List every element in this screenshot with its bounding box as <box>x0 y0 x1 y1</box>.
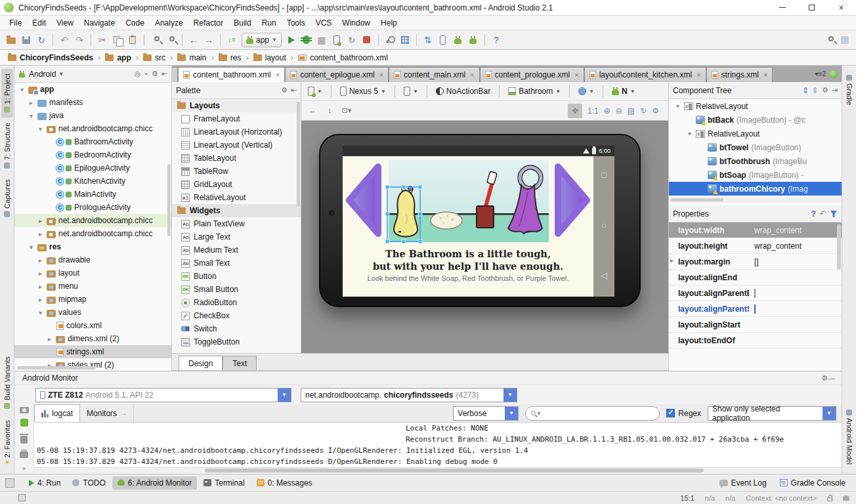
device-monitor-icon[interactable] <box>466 33 481 47</box>
locale-dropdown[interactable]: ▼ <box>576 87 597 95</box>
tree-item[interactable]: strings.xml <box>14 345 171 358</box>
palette-item[interactable]: Switch <box>172 322 301 335</box>
menu-code[interactable]: Code <box>120 17 150 29</box>
avd-manager-icon[interactable] <box>436 33 450 47</box>
component-tree-item[interactable]: btSoap (ImageButton) - <box>669 168 842 182</box>
editor-tab[interactable]: content_prologue.xml× <box>480 67 584 82</box>
menu-vcs[interactable]: VCS <box>310 17 337 29</box>
tree-item[interactable]: ▾values <box>14 306 171 319</box>
tree-item[interactable]: colors.xml <box>14 319 171 332</box>
device-selector[interactable]: ZTE Z812 Android 5.1, API 22 ▼ <box>35 388 291 402</box>
reset-icon[interactable]: ↶ <box>819 209 826 219</box>
tab-monitors[interactable]: Monitors → <box>80 404 134 422</box>
zoom-out-icon[interactable]: ⊖ <box>616 106 622 116</box>
palette-item[interactable]: RelativeLayout <box>172 191 301 204</box>
encoding-indicator[interactable]: n/a <box>725 494 735 502</box>
refresh-icon[interactable]: ↻ <box>640 106 647 116</box>
property-value[interactable] <box>749 289 842 298</box>
tree-arrow-icon[interactable]: ▾ <box>18 86 26 93</box>
expand-all-icon[interactable]: ⇕ <box>802 86 809 95</box>
palette-item[interactable]: Button <box>172 270 301 283</box>
help-icon[interactable]: ? <box>811 209 816 219</box>
coverage-icon[interactable] <box>314 33 329 47</box>
palette-item[interactable]: Small Text <box>172 257 301 270</box>
close-icon[interactable]: × <box>696 71 700 79</box>
tree-arrow-icon[interactable]: ▾ <box>28 243 35 251</box>
sync-icon[interactable] <box>34 33 49 47</box>
tree-item[interactable]: ▸net.androidbootcamp.chicc <box>14 227 171 240</box>
tab-design[interactable]: Design <box>179 356 223 370</box>
property-value[interactable]: wrap_content <box>749 226 842 235</box>
tree-arrow-icon[interactable]: ▾ <box>686 130 693 137</box>
palette-item[interactable]: Medium Text <box>172 243 301 257</box>
expand-arrow-icon[interactable]: ▸ <box>670 257 674 264</box>
menu-navigate[interactable]: Navigate <box>79 17 120 29</box>
breadcrumb-item[interactable]: ChicoryFindsSeeds <box>5 53 96 62</box>
zoom-in-icon[interactable]: ⊕ <box>604 106 610 116</box>
property-value[interactable]: [] <box>749 257 842 266</box>
palette-item[interactable]: FrameLayout <box>172 112 301 125</box>
component-tree-item[interactable]: ▾RelativeLayout <box>669 99 842 113</box>
property-row[interactable]: layout:alignStart <box>669 317 842 333</box>
orientation-dropdown[interactable]: ▼ <box>401 87 421 96</box>
print-icon[interactable] <box>20 452 28 458</box>
property-row[interactable]: layout:alignEnd <box>669 270 842 285</box>
tree-arrow-icon[interactable]: ▸ <box>37 296 44 303</box>
property-row[interactable]: ▸layout:margin[] <box>669 254 842 270</box>
theme-dropdown[interactable]: NoActionBar <box>433 87 493 96</box>
device-screen[interactable]: 6:00 <box>343 146 614 297</box>
properties-scrollbar[interactable] <box>837 224 841 270</box>
tree-item[interactable]: ▾java <box>14 109 171 122</box>
close-icon[interactable]: × <box>276 71 280 79</box>
dock-1-project[interactable]: 1: Project <box>1 68 13 117</box>
close-icon[interactable]: × <box>379 71 383 79</box>
forward-arrow-button[interactable] <box>558 167 587 234</box>
panel-toggle-icon[interactable] <box>838 33 852 47</box>
palette-item[interactable]: TableLayout <box>172 152 301 165</box>
tree-item[interactable]: EpilogueActivity <box>14 161 171 175</box>
gear-icon[interactable]: ⚙ <box>281 86 288 94</box>
palette-item[interactable]: CheckBox <box>172 309 301 322</box>
close-icon[interactable]: × <box>574 71 578 79</box>
tree-arrow-icon[interactable]: ▸ <box>28 99 35 106</box>
gear-icon[interactable]: ⚙ <box>821 374 828 383</box>
tree-item[interactable]: ▾res <box>14 240 171 253</box>
palette-section-layouts[interactable]: Layouts <box>172 99 301 112</box>
dock-gradle[interactable]: Gradle <box>844 70 855 110</box>
tree-item[interactable]: ▾app <box>14 83 171 96</box>
component-tree-item[interactable]: btToothbrush (ImageBu <box>669 154 842 168</box>
bathroom-scene[interactable] <box>343 156 593 244</box>
logcat-hscrollbar[interactable] <box>34 467 842 473</box>
gradle-sync-icon[interactable] <box>421 33 435 47</box>
log-level-dropdown[interactable]: Verbose▼ <box>453 406 519 421</box>
filter-icon[interactable] <box>830 210 838 218</box>
palette-scrollbar[interactable] <box>297 102 300 207</box>
toolwindow-button-terminal[interactable]: Terminal <box>198 476 249 490</box>
tree-arrow-icon[interactable]: ▾ <box>674 102 681 110</box>
breadcrumb-item[interactable]: res <box>216 53 244 62</box>
palette-item[interactable]: TableRow <box>172 165 301 178</box>
replace-icon[interactable] <box>163 33 178 47</box>
dock-icon[interactable]: ⇤ <box>291 86 297 94</box>
property-value[interactable] <box>749 304 842 314</box>
collapse-all-icon[interactable]: ⇳ <box>812 86 819 95</box>
caret-position[interactable]: 15:1 <box>680 494 694 502</box>
back-arrow-button[interactable] <box>349 167 378 234</box>
palette-item[interactable]: Plain TextView <box>172 217 301 230</box>
close-icon[interactable]: × <box>470 71 474 79</box>
hide-panel-icon[interactable]: ⇤ <box>161 70 167 78</box>
copy-icon[interactable] <box>110 33 125 47</box>
component-tree-item[interactable]: btTowel (ImageButton) <box>669 140 842 154</box>
line-ops-icon[interactable] <box>225 33 239 47</box>
component-tree-item[interactable]: btBack (ImageButton) - @c <box>669 113 842 127</box>
back-icon[interactable] <box>186 33 201 47</box>
hide-panel-icon[interactable]: ⇥ <box>832 86 838 94</box>
tree-arrow-icon[interactable]: ▸ <box>37 257 44 264</box>
toolwindow-button-run[interactable]: 4: Run <box>24 476 66 490</box>
tab-logcat[interactable]: logcat <box>34 404 80 422</box>
editor-tab[interactable]: content_main.xml× <box>389 67 479 82</box>
dock-2-favorites[interactable]: ★2: Favorites <box>1 415 13 471</box>
menu-analyze[interactable]: Analyze <box>150 17 188 29</box>
tree-arrow-icon[interactable]: ▸ <box>37 217 44 224</box>
dock-7-structure[interactable]: 7: Structure <box>1 117 13 174</box>
